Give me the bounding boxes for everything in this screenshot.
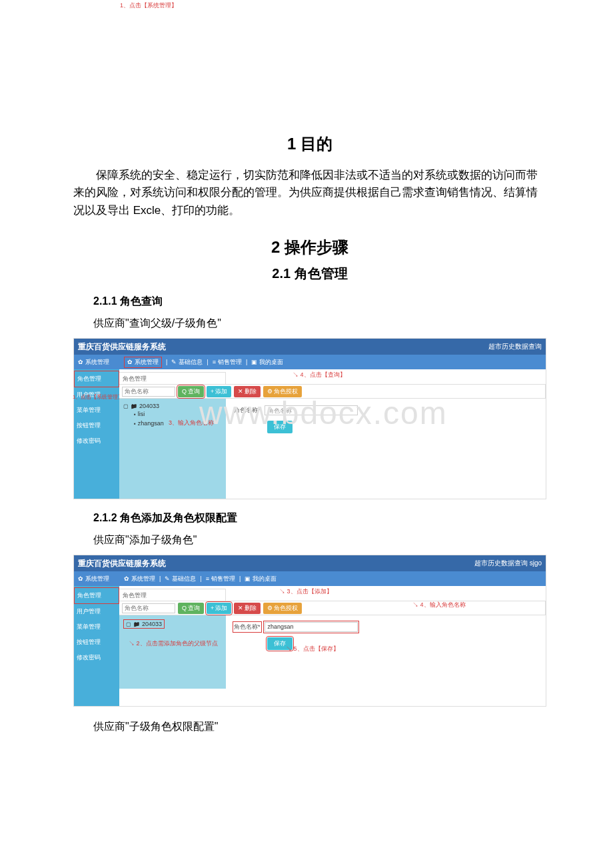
sidebar-item-role[interactable]: 角色管理 [74, 587, 119, 604]
heading-2-1-1: 2.1.1 角色查询 [93, 295, 546, 309]
tree-node-lisi[interactable]: lisi [134, 411, 222, 417]
sidebar-item-button[interactable]: 按钮管理 [74, 635, 119, 650]
sidebar-item-menu[interactable]: 菜单管理 [74, 403, 119, 418]
permission-button[interactable]: ⚙ 角色授权 [263, 603, 302, 614]
delete-button[interactable]: ✕ 删除 [234, 386, 261, 397]
screenshot-role-query: 重庆百货供应链服务系统 超市历史数据查询 系统管理 系统管理 | 基础信息 | … [73, 338, 546, 499]
heading-1: 1 目的 [73, 133, 546, 155]
heading-2: 2 操作步骤 [73, 237, 546, 258]
crumb-sysmgr[interactable]: 系统管理 [124, 357, 162, 368]
annotation-step3: 3、输入角色名称 [169, 419, 214, 427]
sidebar-item-user[interactable]: 用户管理 [74, 604, 119, 619]
search-button[interactable]: Q 查询 [178, 603, 204, 614]
annotation-step1-top: 1、点击【系统管理】 [120, 1, 177, 10]
app-title: 重庆百货供应链服务系统 [78, 341, 166, 353]
annotation-step2: ↘ 2、点击需添加角色的父级节点 [129, 639, 227, 648]
annotation-step3-add: ↘ 3、点击【添加】 [279, 587, 332, 596]
pencil-icon [171, 359, 177, 365]
panel-title: 角色管理 [119, 372, 226, 384]
gear-icon [78, 359, 83, 365]
header-right-link[interactable]: 超市历史数据查询 [488, 342, 542, 351]
role-name-input[interactable] [122, 603, 175, 613]
role-name-input[interactable] [122, 387, 175, 397]
form-label-rolename: 角色名称* [234, 623, 261, 631]
crumb-sys[interactable]: 系统管理 [78, 358, 109, 367]
collapse-icon[interactable] [123, 403, 129, 409]
save-button[interactable]: 保存 [267, 421, 293, 433]
sidebar-item-role[interactable]: 角色管理 [74, 371, 119, 387]
list-icon [206, 575, 209, 582]
annotation-step1-side: 1、点击【系统管理】 [73, 393, 123, 401]
file-icon [134, 420, 136, 427]
sidebar-item-menu[interactable]: 菜单管理 [74, 619, 119, 635]
crumb-sales[interactable]: 销售管理 [206, 575, 235, 583]
gear-icon [78, 575, 83, 582]
heading-2-1: 2.1 角色管理 [73, 265, 546, 283]
annotation-step4: ↘ 4、点击【查询】 [293, 371, 346, 379]
add-button[interactable]: + 添加 [207, 386, 231, 397]
form-value-rolename[interactable]: zhangsan [265, 622, 358, 632]
desktop-icon [251, 359, 257, 365]
gear-icon [124, 575, 129, 582]
screenshot-role-add: 重庆百货供应链服务系统 超市历史数据查询 sjgo 系统管理 系统管理 | 基础… [73, 555, 546, 707]
text-perm-intro: 供应商"子级角色权限配置" [93, 719, 546, 735]
text-query-intro: 供应商"查询父级/子级角色" [93, 315, 546, 331]
tree-root[interactable]: 204033 [123, 619, 165, 629]
form-label-rolename: 角色名称* [234, 406, 261, 415]
delete-button[interactable]: ✕ 删除 [234, 603, 261, 614]
pencil-icon [165, 575, 170, 582]
paragraph-purpose: 保障系统的安全、稳定运行，切实防范和降低因非法或不适当的对系统或数据的访问而带来… [73, 167, 546, 219]
panel-title: 角色管理 [119, 589, 226, 601]
annotation-step5: ↘ 5、点击【保存】 [286, 645, 339, 653]
gear-icon [127, 359, 133, 365]
crumb-sales[interactable]: 销售管理 [213, 358, 242, 367]
heading-2-1-2: 2.1.2 角色添加及角色权限配置 [93, 511, 546, 525]
header-right-link[interactable]: 超市历史数据查询 sjgo [474, 559, 542, 568]
sidebar-item-password[interactable]: 修改密码 [74, 433, 119, 449]
desktop-icon [245, 575, 251, 582]
add-button[interactable]: + 添加 [207, 603, 231, 614]
sidebar-item-button[interactable]: 按钮管理 [74, 418, 119, 433]
permission-button[interactable]: ⚙ 角色授权 [263, 386, 302, 397]
app-title: 重庆百货供应链服务系统 [78, 558, 166, 569]
crumb-sys[interactable]: 系统管理 [78, 575, 109, 583]
sidebar-item-password[interactable]: 修改密码 [74, 650, 119, 665]
crumb-desktop[interactable]: 我的桌面 [245, 575, 277, 583]
tree-root[interactable]: 204033 [123, 403, 222, 409]
crumb-baseinfo[interactable]: 基础信息 [165, 575, 196, 583]
list-icon [213, 359, 216, 365]
crumb-desktop[interactable]: 我的桌面 [251, 358, 283, 367]
folder-icon [131, 403, 137, 409]
tree-node-zhangsan[interactable]: zhangsan3、输入角色名称 [134, 419, 222, 427]
form-value-rolename[interactable]: 角色名称 [265, 405, 358, 415]
annotation-step4-input: ↘ 4、输入角色名称 [412, 601, 466, 609]
text-add-intro: 供应商"添加子级角色" [93, 532, 546, 548]
crumb-baseinfo[interactable]: 基础信息 [171, 358, 203, 367]
search-button[interactable]: Q 查询 [178, 386, 204, 397]
crumb-sysmgr[interactable]: 系统管理 [124, 575, 155, 583]
folder-icon [133, 621, 140, 627]
file-icon [134, 411, 136, 417]
collapse-icon[interactable] [126, 621, 131, 627]
